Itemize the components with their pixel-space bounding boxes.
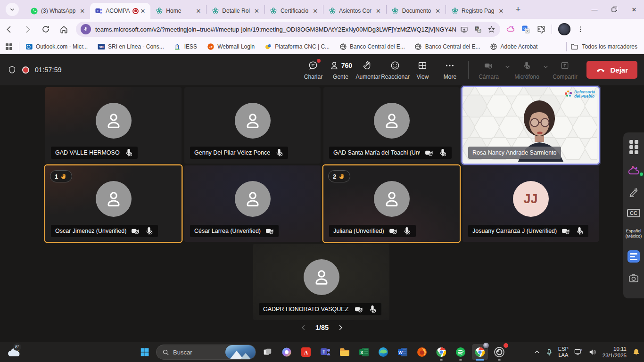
participant-tile[interactable]: Genny Del Pilar Vélez Ponce [184,87,321,164]
participant-tile[interactable]: César Larrea (Unverified) [184,165,321,242]
bookmark-item[interactable]: cPWebmail Login [206,43,255,51]
all-bookmarks-label[interactable]: Todos los marcadores [582,43,637,50]
browser-tab[interactable]: Documento✕ [387,3,446,19]
home-button[interactable] [59,25,68,34]
bookmark-item[interactable]: SRISRI en Línea - Cons... [97,43,164,51]
bookmark-item[interactable]: Outlook.com - Micr... [25,43,88,51]
tray-cast-icon[interactable]: 8 [574,348,583,356]
more-button[interactable]: More [436,58,463,82]
window-restore-button[interactable] [604,0,624,19]
copilot-button[interactable] [279,344,295,360]
browser-tab[interactable]: Home✕ [150,3,206,19]
window-minimize-button[interactable]: — [585,0,604,19]
tab-close-icon[interactable]: ✕ [194,8,202,15]
weather-extension-icon[interactable] [506,25,515,34]
start-button[interactable] [137,344,153,360]
pager-previous-icon[interactable] [300,324,307,331]
taskbar-weather-widget[interactable]: 8° [7,344,25,361]
address-bar[interactable]: teams.microsoft.com/v2/?meetingjoin=true… [76,22,500,37]
participant-tile[interactable]: JJJosuany Carranza J (Unverified) [462,165,599,242]
participant-tile[interactable]: Defensoríadel PuebloRosa Nancy Andrade S… [462,87,599,164]
closed-captions-button[interactable]: CC [627,209,641,217]
word-button[interactable]: W [395,344,411,360]
tray-clock[interactable]: 10:1123/1/2025 [603,346,627,359]
browser-tab[interactable]: Registro Pag✕ [446,3,509,19]
forward-button[interactable] [23,25,32,34]
reload-button[interactable] [41,25,50,33]
tab-search-button[interactable] [6,3,19,16]
browser-tab[interactable]: (3) WhatsApp✕ [25,3,90,19]
tab-close-icon[interactable]: ✕ [374,8,382,15]
browser-menu-icon[interactable] [577,25,584,33]
tab-close-icon[interactable]: ✕ [253,8,261,15]
tray-language-indicator[interactable]: ESPLAA [558,346,569,358]
bookmark-item[interactable]: Plataforma CNC | C... [264,43,330,51]
tray-notification-bell-icon[interactable] [632,348,640,356]
spotify-button[interactable] [453,344,469,360]
snapshot-camera-icon[interactable] [627,274,641,283]
site-mic-permission-icon[interactable] [81,24,91,34]
chrome-button[interactable] [433,344,449,360]
window-close-button[interactable]: ✕ [624,0,644,19]
participant-tile[interactable]: GADPR HONORATO VASQUEZ LIC. VI... [253,244,389,320]
browser-profile-avatar[interactable] [558,23,570,35]
back-button[interactable] [5,25,14,34]
translate-page-icon[interactable]: A文 [474,25,482,33]
browser-tab[interactable]: Asientos Cor✕ [323,3,386,19]
microfono-chevron-icon[interactable] [543,64,549,70]
view-button[interactable]: View [409,58,436,82]
chrome-active-window-button[interactable] [472,344,488,360]
bookmark-star-icon[interactable] [487,25,495,33]
microfono-button[interactable]: Micrófono [512,58,542,82]
participant-tile[interactable]: GAD Santa María del Toachi (Unverifi... [323,87,460,164]
apps-grid-icon[interactable] [6,43,12,50]
participant-tile[interactable]: GAD VALLE HERMOSO [45,87,182,164]
install-app-icon[interactable] [460,25,468,33]
tab-close-icon[interactable]: ✕ [78,8,86,15]
tab-close-icon[interactable]: ✕ [139,8,147,15]
taskbar-search-box[interactable]: Buscar [156,345,256,360]
edge-button[interactable] [375,344,391,360]
tab-close-icon[interactable]: ✕ [311,8,319,15]
firefox-button[interactable] [414,344,430,360]
tab-close-icon[interactable]: ✕ [434,8,442,15]
tray-volume-icon[interactable] [588,348,597,356]
reaccionar-button[interactable]: Reaccionar [381,58,409,82]
participant-tile[interactable]: Oscar Jimenez (Unverified)1 [45,165,182,242]
new-tab-button[interactable]: + [509,4,527,15]
bookmark-item[interactable]: IESS [173,43,197,51]
aumentar-button[interactable]: Aumentar [354,58,381,82]
gente-button[interactable]: 760Gente [327,58,354,82]
leave-button[interactable]: Dejar [586,61,637,79]
tray-chevron-up-icon[interactable] [534,349,540,355]
bookmark-item[interactable]: Adobe Acrobat [490,43,538,51]
participant-tile[interactable]: Juliana (Unverified)2 [323,165,460,242]
bookmark-item[interactable]: Banco Central del E... [414,43,480,51]
compartir-button[interactable]: Compartir [550,58,580,82]
obs-button[interactable] [491,344,507,360]
browser-tab[interactable]: Certificacio✕ [265,3,323,19]
extensions-puzzle-icon[interactable] [537,25,545,34]
translate-extension-icon[interactable]: G文 [521,25,530,34]
adobe-acrobat-button[interactable]: A [298,344,314,360]
camara-chevron-icon[interactable] [504,64,511,70]
tab-close-icon[interactable]: ✕ [497,8,505,15]
browser-tab[interactable]: Detalle Rol✕ [206,3,264,19]
subtitles-list-button[interactable] [627,250,641,263]
teams-button[interactable]: T [317,344,333,360]
camara-button[interactable]: Cámara [473,58,504,82]
tray-microphone-icon[interactable] [546,348,553,356]
file-explorer-button[interactable] [337,344,353,360]
task-view-button[interactable] [259,344,275,360]
search-highlight-image[interactable] [225,345,256,359]
cloud-extension-icon[interactable] [627,165,641,176]
pager-next-icon[interactable] [337,324,344,331]
highlighter-icon[interactable] [627,187,641,197]
excel-button[interactable]: X [356,344,372,360]
browser-tab[interactable]: TACOMPA✕ [90,3,150,19]
all-bookmarks-folder-icon[interactable] [570,43,578,51]
svg-text:文: 文 [526,29,529,33]
charlar-button[interactable]: Charlar [299,58,327,82]
panel-grid-icon[interactable] [627,140,641,154]
bookmark-item[interactable]: Banco Central del E... [339,43,405,51]
